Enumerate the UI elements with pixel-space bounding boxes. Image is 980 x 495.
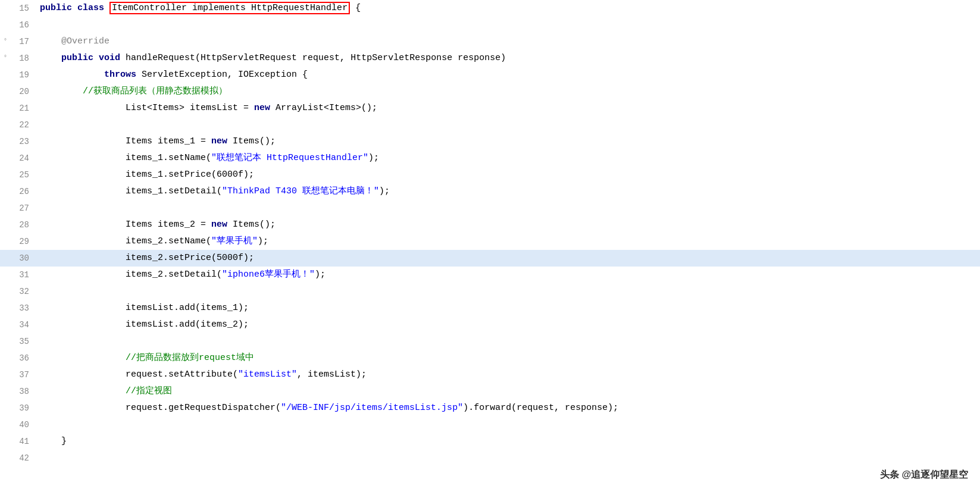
line-number: 40 [2,416,35,433]
line-number: 16 [2,17,35,33]
code-line-42: 42 [0,450,980,466]
code-line-28: 28 Items items_2 = new Items(); [0,217,980,233]
line-content: //指定视图 [35,383,980,400]
code-line-35: 35 [0,333,980,350]
code-line-20: 20 //获取商品列表（用静态数据模拟） [0,83,980,100]
line-content: } [35,433,980,450]
code-line-34: 34 itemsList.add(items_2); [0,317,980,333]
line-content: public class ItemController implements H… [35,0,980,17]
line-number: 23 [2,133,35,150]
line-number: 36 [2,350,35,366]
line-content: items_1.setName("联想笔记本 HttpRequestHandle… [35,150,980,167]
code-line-39: 39 request.getRequestDispatcher("/WEB-IN… [0,400,980,416]
line-number: 34 [2,317,35,333]
line-number: 31 [2,267,35,283]
line-number: 33 [2,300,35,317]
code-line-23: 23 Items items_1 = new Items(); [0,133,980,150]
line-content: public void handleRequest(HttpServletReq… [35,50,980,67]
line-content: request.setAttribute("itemsList", itemsL… [35,366,980,383]
line-content: items_1.setDetail("ThinkPad T430 联想笔记本电脑… [35,183,980,200]
line-content: itemsList.add(items_1); [35,300,980,317]
line-number: 25 [2,167,35,183]
line-number: 35 [2,333,35,350]
line-number: 41 [2,433,35,450]
line-content: items_2.setPrice(5000f); [35,250,980,267]
code-line-36: 36 //把商品数据放到request域中 [0,350,980,366]
line-number: 27 [2,200,35,217]
line-content: @Override [35,33,980,50]
line-number: 30 [2,250,35,267]
code-line-26: 26 items_1.setDetail("ThinkPad T430 联想笔记… [0,183,980,200]
line-number: 15 [2,0,35,17]
line-number: 32 [2,283,35,300]
code-line-30: 30 items_2.setPrice(5000f); [0,250,980,267]
code-line-17: 17 @Override [0,33,980,50]
line-content: request.getRequestDispatcher("/WEB-INF/j… [35,400,980,416]
code-line-22: 22 [0,117,980,133]
line-content: items_1.setPrice(6000f); [35,167,980,183]
line-content: itemsList.add(items_2); [35,317,980,333]
line-content: Items items_2 = new Items(); [35,217,980,233]
code-line-21: 21 List<Items> itemsList = new ArrayList… [0,100,980,117]
line-content: items_2.setName("苹果手机"); [35,233,980,250]
line-content: Items items_1 = new Items(); [35,133,980,150]
code-line-41: 41 } [0,433,980,450]
line-number: 19 [2,67,35,83]
line-content: //获取商品列表（用静态数据模拟） [35,83,980,100]
code-line-15: 15public class ItemController implements… [0,0,980,17]
code-line-24: 24 items_1.setName("联想笔记本 HttpRequestHan… [0,150,980,167]
line-number: 20 [2,83,35,100]
code-line-25: 25 items_1.setPrice(6000f); [0,167,980,183]
line-content: throws ServletException, IOException { [35,67,980,83]
line-content: items_2.setDetail("iphone6苹果手机！"); [35,267,980,283]
line-number: 39 [2,400,35,416]
line-content: List<Items> itemsList = new ArrayList<It… [35,100,980,117]
code-line-16: 16 [0,17,980,33]
line-content: //把商品数据放到request域中 [35,350,980,366]
code-line-29: 29 items_2.setName("苹果手机"); [0,233,980,250]
line-number: 26 [2,183,35,200]
line-number: 22 [2,117,35,133]
watermark: 头条 @追逐仰望星空 [880,466,968,483]
code-line-32: 32 [0,283,980,300]
line-number: 21 [2,100,35,117]
line-number: 29 [2,233,35,250]
line-number: 38 [2,383,35,400]
line-number: 17 [2,33,35,50]
code-line-18: 18 public void handleRequest(HttpServlet… [0,50,980,67]
line-number: 37 [2,366,35,383]
line-number: 42 [2,450,35,466]
line-number: 24 [2,150,35,167]
code-line-37: 37 request.setAttribute("itemsList", ite… [0,366,980,383]
code-line-19: 19 throws ServletException, IOException … [0,67,980,83]
code-editor: 15public class ItemController implements… [0,0,980,495]
code-line-38: 38 //指定视图 [0,383,980,400]
line-number: 28 [2,217,35,233]
line-number: 18 [2,50,35,67]
code-line-27: 27 [0,200,980,217]
code-line-31: 31 items_2.setDetail("iphone6苹果手机！"); [0,267,980,283]
code-line-33: 33 itemsList.add(items_1); [0,300,980,317]
code-line-40: 40 [0,416,980,433]
